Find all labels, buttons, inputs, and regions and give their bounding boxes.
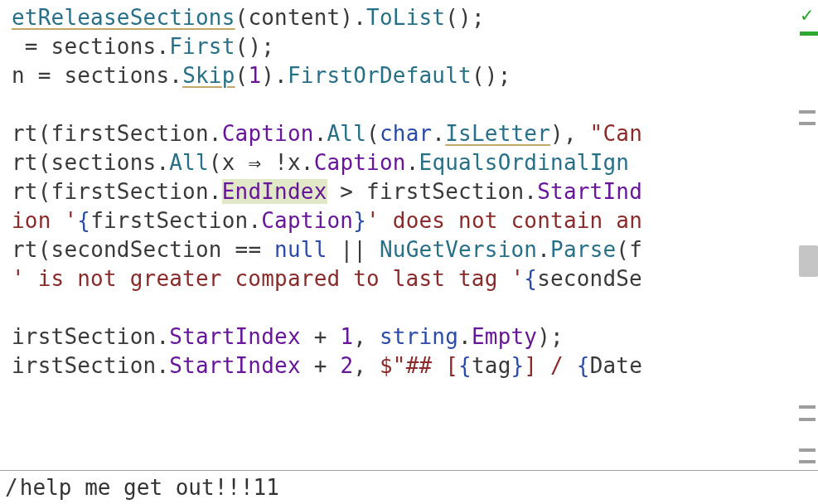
code-token: ! bbox=[274, 150, 288, 175]
code-token: (); bbox=[472, 63, 511, 88]
code-token: n bbox=[12, 63, 38, 88]
code-token: ( bbox=[235, 63, 249, 88]
code-token: (f bbox=[616, 237, 642, 262]
code-token: rt bbox=[12, 179, 38, 204]
gutter-marker[interactable] bbox=[799, 110, 816, 114]
scroll-thumb[interactable] bbox=[799, 245, 818, 277]
code-token: ( bbox=[209, 150, 222, 175]
code-line[interactable]: rt(firstSection.EndIndex > firstSection.… bbox=[12, 177, 818, 206]
code-token: Empty bbox=[472, 324, 537, 349]
code-token: } bbox=[511, 353, 525, 378]
code-token: ( bbox=[38, 121, 51, 146]
code-line[interactable]: ion '{firstSection.Caption}' does not co… bbox=[12, 206, 818, 235]
code-line[interactable]: n = sections.Skip(1).FirstOrDefault(); bbox=[12, 61, 818, 90]
code-token: ( bbox=[235, 5, 249, 30]
code-token: Caption bbox=[261, 208, 353, 233]
code-token: etReleaseSections bbox=[12, 5, 235, 30]
code-token bbox=[301, 353, 314, 378]
code-token: StartIndex bbox=[169, 353, 301, 378]
code-token: string bbox=[380, 324, 458, 349]
code-token: == bbox=[235, 237, 262, 262]
code-token bbox=[327, 353, 341, 378]
code-token: char bbox=[380, 121, 432, 146]
analysis-pass-bar bbox=[800, 32, 818, 36]
code-line[interactable]: ' is not greater compared to last tag '{… bbox=[12, 264, 818, 293]
code-token: x bbox=[222, 150, 249, 175]
code-token: ). bbox=[340, 5, 366, 30]
gutter-marker[interactable] bbox=[799, 405, 816, 409]
gutter-marker[interactable] bbox=[799, 122, 816, 125]
code-token: Parse bbox=[550, 237, 616, 262]
code-token bbox=[261, 237, 274, 262]
code-token bbox=[327, 324, 341, 349]
code-token: null bbox=[274, 237, 327, 262]
code-token: EndIndex bbox=[222, 179, 327, 204]
code-area[interactable]: etReleaseSections(content).ToList(); = s… bbox=[0, 0, 818, 380]
code-editor[interactable]: etReleaseSections(content).ToList(); = s… bbox=[0, 0, 818, 504]
code-token: Caption bbox=[314, 150, 406, 175]
code-token: + bbox=[314, 324, 327, 349]
code-token: StartIndex bbox=[169, 324, 301, 349]
code-token: firstSection. bbox=[90, 208, 261, 233]
code-token: (); bbox=[445, 5, 485, 30]
code-token: ( bbox=[38, 237, 51, 262]
code-token: 1 bbox=[248, 63, 261, 88]
code-line[interactable]: rt(secondSection == null || NuGetVersion… bbox=[12, 235, 818, 264]
search-prefix: / bbox=[5, 475, 18, 500]
code-token: { bbox=[77, 208, 90, 233]
code-token: || bbox=[340, 237, 366, 262]
code-token: (); bbox=[235, 34, 275, 59]
code-line[interactable]: rt(sections.All(x ⇒ !x.Caption.EqualsOrd… bbox=[12, 148, 818, 177]
code-token: 1 bbox=[340, 324, 353, 349]
code-token: rt bbox=[12, 150, 38, 175]
code-line[interactable] bbox=[12, 90, 818, 119]
code-line[interactable] bbox=[12, 293, 818, 322]
code-token: sections. bbox=[38, 34, 170, 59]
code-token: , bbox=[353, 353, 380, 378]
code-token: . bbox=[432, 121, 445, 146]
code-token: NuGetVersion bbox=[380, 237, 537, 262]
code-token: ( bbox=[38, 179, 51, 204]
code-token: FirstOrDefault bbox=[288, 63, 472, 88]
code-token: irstSection. bbox=[12, 324, 169, 349]
code-token: . bbox=[537, 237, 550, 262]
code-token: secondSe bbox=[537, 266, 642, 291]
code-line[interactable]: irstSection.StartIndex + 2, $"## [{tag}]… bbox=[12, 351, 818, 380]
code-token: Date bbox=[590, 353, 642, 378]
code-token bbox=[327, 237, 341, 262]
search-bar[interactable]: / bbox=[0, 470, 818, 504]
code-token: Skip bbox=[182, 63, 235, 88]
gutter-marker[interactable] bbox=[799, 460, 816, 463]
code-token: ( bbox=[38, 150, 51, 175]
code-line[interactable]: etReleaseSections(content).ToList(); bbox=[12, 3, 818, 32]
code-token: + bbox=[314, 353, 327, 378]
code-token: . bbox=[314, 121, 327, 146]
gutter-marker[interactable] bbox=[799, 448, 816, 452]
code-token: ' does not contain an bbox=[366, 208, 642, 233]
search-input[interactable] bbox=[20, 475, 813, 500]
code-token: EqualsOrdinalIgn bbox=[419, 150, 630, 175]
code-token: { bbox=[577, 353, 590, 378]
code-token: ). bbox=[261, 63, 288, 88]
code-token bbox=[301, 324, 314, 349]
gutter-marker[interactable] bbox=[799, 418, 816, 421]
code-token: First bbox=[169, 34, 235, 59]
code-token: "Can bbox=[590, 121, 642, 146]
code-line[interactable]: rt(firstSection.Caption.All(char.IsLette… bbox=[12, 119, 818, 148]
code-token bbox=[327, 179, 341, 204]
code-token: ' is not greater compared to last tag ' bbox=[12, 266, 524, 291]
code-token: > bbox=[340, 179, 353, 204]
code-token: 2 bbox=[340, 353, 353, 378]
code-token: firstSection. bbox=[353, 179, 537, 204]
code-token bbox=[12, 34, 25, 59]
code-token: All bbox=[327, 121, 367, 146]
code-line[interactable]: = sections.First(); bbox=[12, 32, 818, 61]
code-line[interactable]: irstSection.StartIndex + 1, string.Empty… bbox=[12, 322, 818, 351]
code-token: sections. bbox=[51, 150, 170, 175]
code-token: Caption bbox=[222, 121, 314, 146]
code-token: All bbox=[169, 150, 209, 175]
code-token bbox=[261, 150, 274, 175]
checkmark-icon: ✓ bbox=[801, 3, 813, 27]
code-token bbox=[366, 237, 380, 262]
code-token: . bbox=[406, 150, 419, 175]
